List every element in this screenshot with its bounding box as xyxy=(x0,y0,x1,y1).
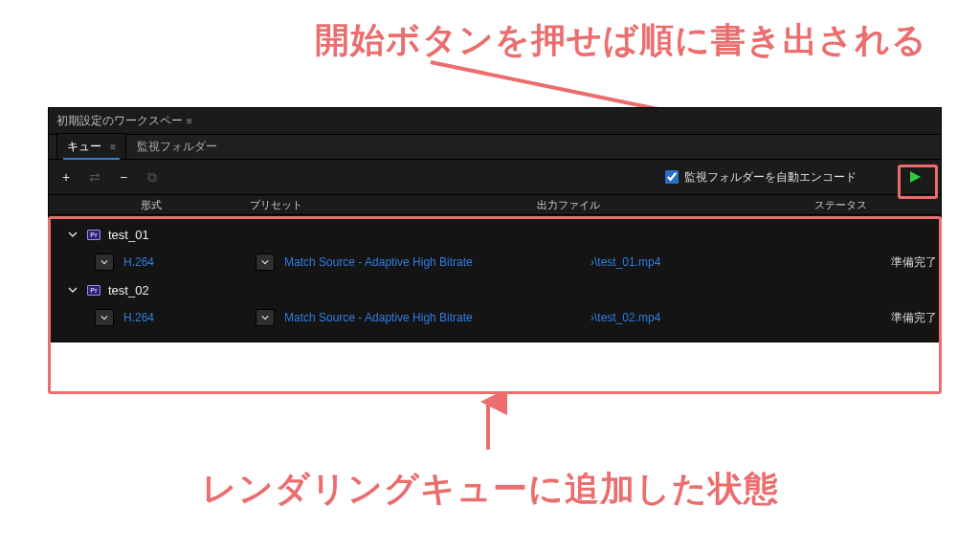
output-path[interactable]: ›\test_02.mp4 xyxy=(590,311,660,324)
format-value[interactable]: H.264 xyxy=(123,311,154,324)
preset-dropdown[interactable] xyxy=(256,309,275,326)
tab-watch-label: 監視フォルダー xyxy=(137,140,217,153)
queue-group-row[interactable]: Pr test_02 xyxy=(49,276,941,303)
queue-group-row[interactable]: Pr test_01 xyxy=(49,221,941,248)
output-path[interactable]: ›\test_01.mp4 xyxy=(590,255,660,269)
col-format: 形式 xyxy=(49,198,240,212)
workspace-label: 初期設定のワークスペー xyxy=(56,113,183,129)
queue-output-row[interactable]: H.264 Match Source - Adaptive High Bitra… xyxy=(49,303,941,332)
remove-button[interactable]: − xyxy=(116,169,131,185)
duplicate-icon: ⧉ xyxy=(145,169,160,186)
chevron-down-icon[interactable] xyxy=(66,283,79,297)
preset-value[interactable]: Match Source - Adaptive High Bitrate xyxy=(284,255,473,269)
tab-row: キュー ≡ 監視フォルダー xyxy=(49,135,941,160)
workspace-bar: 初期設定のワークスペー ≡ xyxy=(49,108,941,135)
premiere-badge-icon: Pr xyxy=(87,285,100,296)
column-headers: 形式 プリセット 出力ファイル ステータス xyxy=(49,194,941,215)
premiere-badge-icon: Pr xyxy=(87,230,100,240)
queue-list: Pr test_01 H.264 Match Source - Adaptive… xyxy=(49,215,941,342)
preset-dropdown[interactable] xyxy=(256,253,275,271)
status-value: 準備完了 xyxy=(814,254,941,271)
col-preset: プリセット xyxy=(240,198,527,212)
format-dropdown[interactable] xyxy=(95,309,114,326)
status-value: 準備完了 xyxy=(814,310,941,326)
add-button[interactable]: + xyxy=(58,169,74,185)
queue-output-row[interactable]: H.264 Match Source - Adaptive High Bitra… xyxy=(49,248,941,276)
tab-queue-label: キュー xyxy=(67,140,101,153)
settings-icon: ⇄ xyxy=(87,169,102,185)
preset-value[interactable]: Match Source - Adaptive High Bitrate xyxy=(284,311,473,324)
queue-toolbar: + ⇄ − ⧉ 監視フォルダーを自動エンコード xyxy=(49,160,941,194)
annotation-bottom: レンダリングキューに追加した状態 xyxy=(202,466,779,513)
col-status: ステータス xyxy=(776,198,941,212)
workspace-menu-icon[interactable]: ≡ xyxy=(187,116,192,126)
col-output: 出力ファイル xyxy=(527,198,776,212)
auto-encode-checkbox[interactable] xyxy=(665,170,679,184)
tab-watch-folders[interactable]: 監視フォルダー xyxy=(126,133,228,159)
start-queue-button[interactable] xyxy=(899,163,931,191)
auto-encode-checkbox-row[interactable]: 監視フォルダーを自動エンコード xyxy=(665,169,857,186)
annotation-arrow-bottom xyxy=(469,394,507,452)
tab-queue[interactable]: キュー ≡ xyxy=(56,133,126,159)
tab-menu-icon[interactable]: ≡ xyxy=(110,142,116,152)
queue-item-title: test_02 xyxy=(108,283,149,298)
format-dropdown[interactable] xyxy=(95,253,114,271)
queue-item-title: test_01 xyxy=(108,228,149,242)
auto-encode-label: 監視フォルダーを自動エンコード xyxy=(684,169,857,186)
format-value[interactable]: H.264 xyxy=(123,255,154,269)
chevron-down-icon[interactable] xyxy=(66,228,79,241)
annotation-top: 開始ボタンを押せば順に書き出される xyxy=(315,17,927,64)
media-encoder-panel: 初期設定のワークスペー ≡ キュー ≡ 監視フォルダー + ⇄ − ⧉ 監視フォ… xyxy=(48,107,942,342)
